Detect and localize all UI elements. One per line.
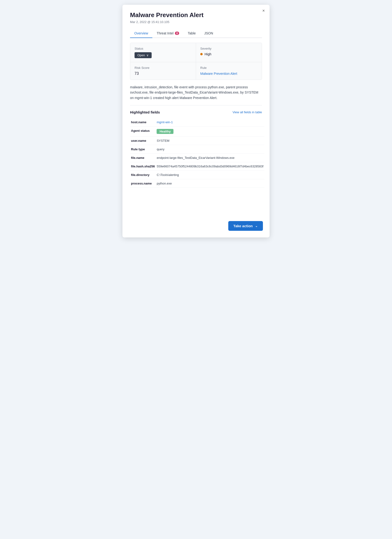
- highlighted-fields-table: host.namemgmt-win-1Agent statusHealthyus…: [130, 118, 264, 188]
- status-cell: Status Open ∨: [130, 43, 196, 62]
- healthy-badge: Healthy: [157, 129, 174, 134]
- take-action-chevron-icon: ⌄: [255, 224, 258, 228]
- tab-json[interactable]: JSON: [200, 29, 217, 38]
- take-action-label: Take action: [233, 224, 253, 228]
- field-key: file.name: [130, 154, 156, 162]
- field-value: C:\Tools\alerting: [156, 171, 264, 179]
- field-key: user.name: [130, 136, 156, 145]
- table-row: host.namemgmt-win-1: [130, 118, 264, 127]
- field-value: mgmt-win-1: [156, 118, 264, 127]
- table-row: file.hash.sha256559e66074a45750f5244809b…: [130, 162, 264, 171]
- table-row: user.nameSYSTEM: [130, 136, 264, 145]
- highlighted-fields-header: Highlighted fields View all fields in ta…: [130, 110, 262, 114]
- severity-value: High: [204, 52, 211, 56]
- table-row: Agent statusHealthy: [130, 127, 264, 136]
- field-key: Agent status: [130, 127, 156, 136]
- field-key: host.name: [130, 118, 156, 127]
- field-key: process.name: [130, 179, 156, 188]
- severity-dot-high: [200, 53, 203, 55]
- table-row: file.nameendpoint-large-files_TestData_E…: [130, 154, 264, 162]
- panel-title: Malware Prevention Alert: [130, 11, 262, 19]
- field-value: endpoint-large-files_TestData_EicarVaria…: [156, 154, 264, 162]
- field-value: Healthy: [156, 127, 264, 136]
- panel-timestamp: Mar 2, 2022 @ 15:41:10.105: [130, 20, 262, 24]
- severity-value-row: High: [200, 52, 257, 56]
- field-value: 559e66074a45750f5244809b316a63c6c09abd3d…: [156, 162, 264, 171]
- field-value: query: [156, 145, 264, 154]
- table-row: Rule typequery: [130, 145, 264, 154]
- info-grid: Status Open ∨ Severity High Risk Score 7…: [130, 43, 262, 80]
- highlighted-fields-title: Highlighted fields: [130, 110, 160, 114]
- status-dropdown-button[interactable]: Open ∨: [135, 52, 152, 58]
- tab-threat-intel[interactable]: Threat Intel 0: [152, 29, 184, 38]
- take-action-button[interactable]: Take action ⌄: [228, 221, 263, 231]
- close-button[interactable]: ×: [262, 9, 265, 13]
- severity-cell: Severity High: [196, 43, 262, 62]
- status-label: Status: [135, 47, 192, 50]
- field-value-link[interactable]: mgmt-win-1: [157, 120, 173, 124]
- threat-intel-badge: 0: [175, 32, 179, 35]
- field-value: SYSTEM: [156, 136, 264, 145]
- severity-label: Severity: [200, 47, 257, 50]
- alert-description: malware, intrusion_detection, file event…: [130, 80, 262, 106]
- field-key: file.hash.sha256: [130, 162, 156, 171]
- tab-overview[interactable]: Overview: [130, 29, 152, 38]
- risk-score-value: 73: [135, 72, 192, 76]
- rule-link[interactable]: Malware Prevention Alert: [200, 72, 237, 76]
- field-value: python.exe: [156, 179, 264, 188]
- risk-score-cell: Risk Score 73: [130, 62, 196, 80]
- rule-cell: Rule Malware Prevention Alert: [196, 62, 262, 80]
- field-key: file.directory: [130, 171, 156, 179]
- risk-score-label: Risk Score: [135, 66, 192, 70]
- table-row: file.directoryC:\Tools\alerting: [130, 171, 264, 179]
- tab-table[interactable]: Table: [184, 29, 200, 38]
- view-all-fields-link[interactable]: View all fields in table: [232, 111, 262, 114]
- table-row: process.namepython.exe: [130, 179, 264, 188]
- rule-label: Rule: [200, 66, 257, 70]
- field-key: Rule type: [130, 145, 156, 154]
- alert-panel: × Malware Prevention Alert Mar 2, 2022 @…: [123, 5, 269, 237]
- tab-bar: Overview Threat Intel 0 Table JSON: [130, 29, 262, 38]
